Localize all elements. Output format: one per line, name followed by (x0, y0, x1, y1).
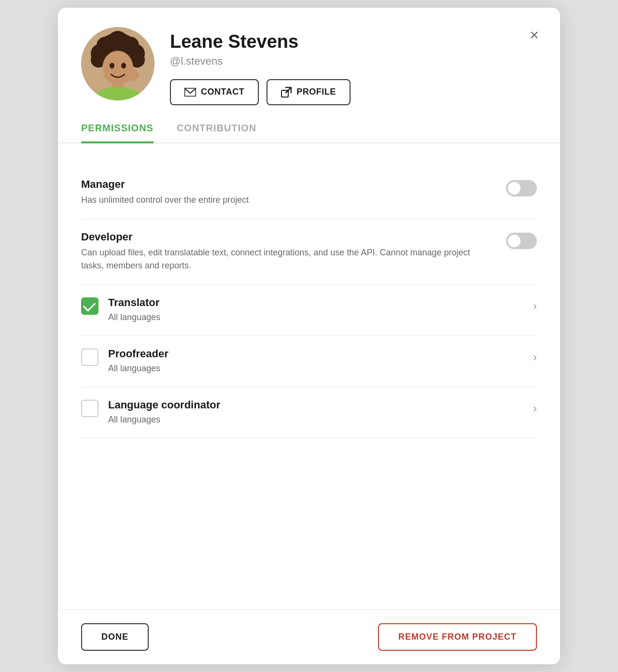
tabs-container: PERMISSIONS CONTRIBUTION (58, 123, 560, 143)
proofreader-row[interactable]: Proofreader All languages › (81, 336, 537, 387)
developer-permission-text: Developer Can upload files, edit transla… (81, 231, 494, 272)
svg-point-13 (121, 63, 126, 69)
manager-toggle[interactable] (506, 180, 537, 196)
proofreader-container: Proofreader All languages › (81, 348, 537, 375)
remove-from-project-button[interactable]: REMOVE FROM PROJECT (378, 623, 537, 651)
translator-row[interactable]: Translator All languages › (81, 285, 537, 336)
tab-contribution[interactable]: CONTRIBUTION (177, 123, 256, 143)
language-coordinator-text: Language coordinator All languages (108, 399, 220, 426)
language-coordinator-row[interactable]: Language coordinator All languages › (81, 387, 537, 438)
language-coordinator-subtitle: All languages (108, 413, 220, 426)
proofreader-left: Proofreader All languages (81, 348, 169, 375)
translator-text: Translator All languages (108, 296, 160, 324)
proofreader-subtitle: All languages (108, 362, 169, 375)
svg-point-12 (110, 63, 114, 69)
translator-subtitle: All languages (108, 311, 160, 324)
envelope-icon (184, 88, 196, 97)
developer-title: Developer (81, 231, 494, 243)
translator-container: Translator All languages › (81, 296, 537, 324)
external-link-icon (281, 87, 292, 98)
language-coordinator-title: Language coordinator (108, 399, 220, 411)
translator-chevron-icon[interactable]: › (533, 299, 537, 313)
user-name: Leane Stevens (170, 31, 537, 53)
manager-title: Manager (81, 178, 494, 191)
proofreader-chevron-icon[interactable]: › (533, 350, 537, 364)
developer-permission-row: Developer Can upload files, edit transla… (81, 219, 537, 284)
action-buttons: CONTACT PROFILE (170, 79, 537, 105)
modal-footer: DONE REMOVE FROM PROJECT (58, 609, 560, 664)
developer-desc: Can upload files, edit translatable text… (81, 246, 477, 272)
tab-permissions[interactable]: PERMISSIONS (81, 123, 154, 143)
svg-point-6 (122, 37, 139, 54)
proofreader-checkbox[interactable] (81, 349, 98, 366)
manager-permission-text: Manager Has unlimited control over the e… (81, 178, 494, 207)
user-handle: @l.stevens (170, 55, 537, 68)
developer-toggle[interactable] (506, 233, 537, 249)
translator-checkbox[interactable] (81, 297, 98, 315)
language-coordinator-chevron-icon[interactable]: › (533, 402, 537, 415)
contact-button[interactable]: CONTACT (170, 79, 259, 105)
manager-toggle-slider (506, 180, 537, 196)
language-coordinator-checkbox[interactable] (81, 400, 98, 417)
permissions-content: Manager Has unlimited control over the e… (58, 143, 560, 609)
language-coordinator-left: Language coordinator All languages (81, 399, 220, 426)
proofreader-text: Proofreader All languages (108, 348, 169, 375)
close-button[interactable]: × (528, 25, 541, 44)
avatar (81, 27, 154, 100)
profile-button[interactable]: PROFILE (267, 79, 351, 105)
developer-toggle-slider (506, 233, 537, 249)
manager-permission-row: Manager Has unlimited control over the e… (81, 167, 537, 219)
proofreader-title: Proofreader (108, 348, 169, 360)
modal-container: Leane Stevens @l.stevens CONTACT (58, 8, 560, 664)
translator-left: Translator All languages (81, 296, 160, 324)
divider-5 (81, 438, 537, 438)
translator-title: Translator (108, 296, 160, 309)
user-info: Leane Stevens @l.stevens CONTACT (170, 27, 537, 105)
done-button[interactable]: DONE (81, 623, 149, 651)
manager-desc: Has unlimited control over the entire pr… (81, 194, 477, 207)
modal-header: Leane Stevens @l.stevens CONTACT (58, 8, 560, 105)
language-coordinator-container: Language coordinator All languages › (81, 399, 537, 426)
